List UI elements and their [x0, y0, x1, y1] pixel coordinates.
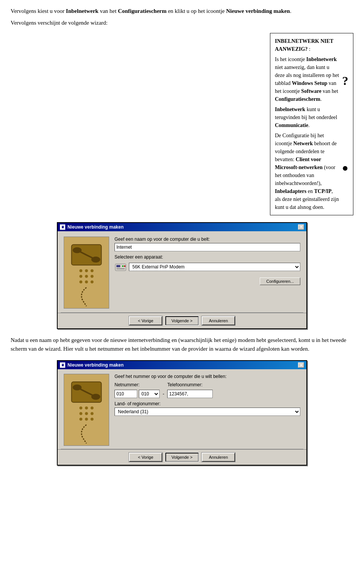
dialog-phone-image-2 — [64, 374, 109, 446]
dialog-nieuwe-verbinding-1: 🖥 Nieuwe verbinding maken ✕ — [57, 222, 307, 329]
sidebar-para2: Inbelnetwerk kunt u terugvinden bij het … — [275, 105, 340, 129]
next-button-1[interactable]: Volgende > — [165, 316, 199, 325]
dialog-title-area-1: 🖥 Nieuwe verbinding maken — [60, 224, 124, 230]
svg-rect-14 — [116, 265, 120, 267]
intro-paragraph: Vervolgens kiest u voor Inbelnetwerk van… — [11, 7, 353, 28]
phone-svg-2 — [64, 374, 109, 445]
label-computer-name: Geef een naam op voor de computer die u … — [115, 237, 300, 242]
label-area-code: Netnummer: — [115, 382, 160, 387]
sidebar-heading: INBELNETWERK NIET AANWEZIG? : — [275, 37, 340, 53]
configure-btn-row: Configureren... — [115, 278, 300, 285]
label-phone-number: Telefoonnummer: — [167, 382, 213, 387]
phone-fields-row: Netnummer: 010 - Telefoonnummer: — [115, 382, 300, 398]
bold-inbelnetwerk: Inbelnetwerk — [66, 8, 99, 14]
content-sidebar-section: INBELNETWERK NIET AANWEZIG? : Is het ico… — [11, 33, 353, 215]
svg-point-24 — [91, 406, 94, 409]
input-computer-name[interactable] — [115, 243, 300, 251]
sidebar-warning-box: INBELNETWERK NIET AANWEZIG? : Is het ico… — [270, 33, 353, 215]
intro-para2: Vervolgens verschijnt de volgende wizard… — [11, 19, 353, 27]
dialog-close-button-2[interactable]: ✕ — [298, 362, 304, 368]
dialog-body-2: Geef het nummer op voor de computer die … — [58, 369, 306, 449]
svg-point-11 — [85, 280, 88, 283]
closing-text: Nadat u een naam op hebt gegeven voor de… — [11, 336, 353, 354]
field-group-device: Selecteer een apparaat: 56K External PnP… — [115, 254, 300, 273]
field-group-name: Geef een naam op voor de computer die u … — [115, 237, 300, 251]
dialog-title-icon-1: 🖥 — [60, 224, 65, 230]
dialog-titlebar-1: 🖥 Nieuwe verbinding maken ✕ — [58, 223, 306, 231]
svg-rect-17 — [116, 268, 125, 269]
country-field-group: Land- of regionummer: Nederland (31) — [115, 401, 300, 416]
cancel-button-2[interactable]: Annuleren — [202, 453, 235, 462]
svg-point-23 — [85, 406, 88, 409]
sidebar-para1: Is het icoontje Inbelnetwerk niet aanwez… — [275, 55, 340, 103]
area-input-group: 010 — [115, 390, 160, 398]
next-button-2[interactable]: Volgende > — [165, 453, 199, 462]
select-country[interactable]: Nederland (31) — [115, 408, 300, 416]
svg-point-16 — [124, 265, 126, 267]
label-country-code: Land- of regionummer: — [115, 401, 160, 406]
svg-point-22 — [79, 406, 82, 409]
input-phone-number[interactable] — [167, 390, 213, 398]
dialog-title-area-2: 🖥 Nieuwe verbinding maken — [60, 362, 124, 368]
dialog-phone-image-1 — [64, 237, 109, 309]
svg-point-5 — [85, 269, 88, 272]
device-select-row: 56K External PnP Modem — [115, 261, 300, 273]
select-device[interactable]: 56K External PnP Modem — [129, 263, 300, 271]
svg-point-26 — [85, 412, 88, 415]
sidebar-symbols: ? ● — [340, 37, 348, 211]
dialog-fields-1: Geef een naam op voor de computer die u … — [115, 237, 300, 309]
country-select-wrap: Nederland (31) — [115, 408, 300, 416]
label-select-device: Selecteer een apparaat: — [115, 254, 300, 260]
closing-paragraph: Nadat u een naam op hebt gegeven voor de… — [11, 336, 353, 354]
svg-point-25 — [79, 412, 82, 415]
dash-separator: - — [163, 391, 164, 398]
svg-point-12 — [91, 280, 94, 283]
back-button-1[interactable]: < Vorige — [129, 316, 162, 325]
dialog2-form-section: Geef het nummer op voor de computer die … — [115, 374, 300, 446]
dialog-titlebar-2: 🖥 Nieuwe verbinding maken ✕ — [58, 361, 306, 369]
dialog-nieuwe-verbinding-2: 🖥 Nieuwe verbinding maken ✕ — [57, 360, 307, 466]
svg-point-8 — [85, 274, 88, 278]
question-mark-symbol: ? — [342, 75, 348, 87]
bullet-symbol: ● — [342, 163, 348, 173]
device-select-wrap: 56K External PnP Modem — [129, 263, 300, 271]
back-button-2[interactable]: < Vorige — [129, 453, 162, 462]
svg-point-9 — [91, 274, 94, 278]
cancel-button-1[interactable]: Annuleren — [202, 316, 235, 325]
dialog-title-icon-2: 🖥 — [60, 362, 65, 368]
modem-icon — [115, 261, 127, 273]
phone-svg-1 — [64, 237, 109, 308]
dialog-body-1: Geef een naam op voor de computer die u … — [58, 231, 306, 312]
sidebar-content: INBELNETWERK NIET AANWEZIG? : Is het ico… — [275, 37, 340, 211]
bold-nieuwe-verbinding: Nieuwe verbinding maken — [226, 8, 290, 14]
dialog-close-button-1[interactable]: ✕ — [298, 224, 304, 230]
intro-para1: Vervolgens kiest u voor Inbelnetwerk van… — [11, 7, 353, 16]
dialog-title-text-1: Nieuwe verbinding maken — [67, 224, 124, 230]
svg-point-15 — [122, 265, 124, 267]
area-code-col: Netnummer: 010 — [115, 382, 160, 398]
svg-point-7 — [79, 274, 82, 278]
bold-configuratiescherm: Configuratiescherm — [118, 8, 166, 14]
svg-point-28 — [79, 418, 82, 421]
svg-point-27 — [91, 412, 94, 415]
main-text-area — [11, 33, 264, 215]
input-area-code[interactable] — [115, 390, 137, 398]
dialog-footer-1: < Vorige Volgende > Annuleren — [58, 313, 306, 328]
phone-number-col: Telefoonnummer: — [167, 382, 213, 398]
dialog-title-text-2: Nieuwe verbinding maken — [67, 362, 124, 368]
configure-button[interactable]: Configureren... — [260, 278, 300, 285]
svg-point-30 — [91, 418, 94, 421]
svg-point-10 — [79, 280, 82, 283]
select-area-dropdown[interactable]: 010 — [139, 390, 160, 398]
label-phone-number-prompt: Geef het nummer op voor de computer die … — [115, 374, 300, 379]
sidebar-para3: De Configuratie bij het icoontje Netwerk… — [275, 132, 340, 211]
dialog-footer-2: < Vorige Volgende > Annuleren — [58, 449, 306, 465]
svg-point-4 — [79, 269, 82, 272]
svg-point-29 — [85, 418, 88, 421]
svg-point-6 — [91, 269, 94, 272]
